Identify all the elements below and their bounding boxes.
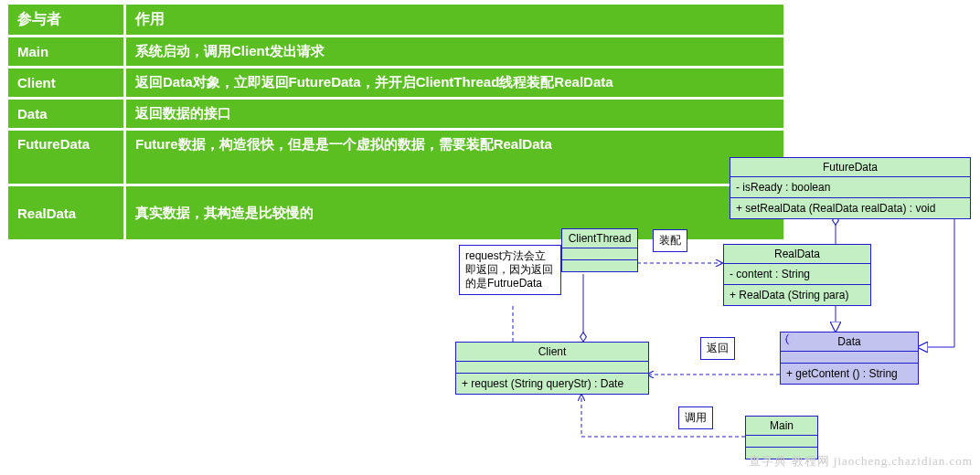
role-cell: 返回Data对象，立即返回FutureData，并开启ClientThread线… [125, 68, 785, 99]
uml-op: + request (String queryStr) : Date [462, 377, 623, 390]
uml-interface-data: Data + getContent () : String [780, 332, 919, 385]
participants-table: 参与者 作用 Main 系统启动，调用Client发出请求 Client 返回D… [5, 2, 786, 242]
uml-empty [746, 436, 817, 448]
uml-empty [562, 260, 637, 271]
watermark: 查字典 教程网 jiaocheng.chazidian.com [749, 453, 973, 470]
table-row: Data 返回数据的接口 [7, 99, 785, 130]
uml-empty [456, 362, 648, 374]
table-header-role: 作用 [125, 4, 785, 37]
role-cell: 返回数据的接口 [125, 99, 785, 130]
role-cell: 系统启动，调用Client发出请求 [125, 37, 785, 68]
table-row: FutureData Future数据，构造很快，但是是一个虚拟的数据，需要装配… [7, 130, 785, 185]
uml-class-title: Data [781, 332, 918, 352]
table-header-participant: 参与者 [7, 4, 125, 37]
table-row: RealData 真实数据，其构造是比较慢的 [7, 185, 785, 241]
uml-class-title: Main [746, 417, 817, 436]
uml-class-title: RealData [724, 245, 870, 264]
uml-class-realdata: RealData - content : String + RealData (… [723, 244, 871, 306]
uml-class-client: Client + request (String queryStr) : Dat… [455, 342, 649, 395]
uml-op: + RealData (String para) [730, 289, 848, 301]
uml-empty [746, 448, 817, 459]
role-cell: Future数据，构造很快，但是是一个虚拟的数据，需要装配RealData [125, 130, 785, 185]
participant-cell: RealData [7, 185, 125, 241]
interface-icon [783, 333, 794, 345]
uml-note-call: 调用 [678, 406, 713, 429]
uml-empty [781, 352, 918, 364]
uml-op: + getContent () : String [786, 367, 898, 380]
uml-class-title: Client [456, 343, 648, 362]
uml-interface-name: Data [837, 335, 860, 348]
uml-note-request: request方法会立即返回，因为返回的是FutrueData [459, 245, 561, 295]
participant-cell: Client [7, 68, 125, 99]
uml-empty [562, 248, 637, 260]
uml-attr: - content : String [730, 268, 810, 280]
uml-note-return: 返回 [700, 337, 735, 360]
participant-cell: FutureData [7, 130, 125, 185]
uml-class-main: Main [745, 416, 818, 459]
participant-cell: Data [7, 99, 125, 130]
participant-cell: Main [7, 37, 125, 68]
table-row: Client 返回Data对象，立即返回FutureData，并开启Client… [7, 68, 785, 99]
role-cell: 真实数据，其构造是比较慢的 [125, 185, 785, 241]
table-row: Main 系统启动，调用Client发出请求 [7, 37, 785, 68]
